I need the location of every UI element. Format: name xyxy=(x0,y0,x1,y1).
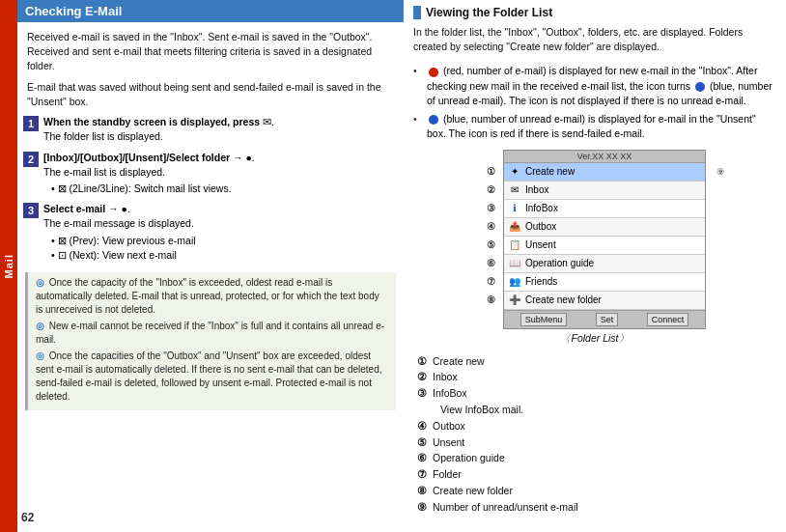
note-2: ◎ New e-mail cannot be received if the "… xyxy=(36,320,388,347)
folder-label-2: Inbox xyxy=(525,184,701,195)
legend-1: ① Create new xyxy=(417,353,776,370)
folder-label-7: Friends xyxy=(525,276,701,287)
folder-icon-7: 👥 xyxy=(508,275,521,289)
right-header-title: Viewing the Folder List xyxy=(426,6,552,19)
step-3-bullet-2: ⊡ (Next): View next e-mail xyxy=(51,248,196,263)
right-header: Viewing the Folder List xyxy=(413,6,776,19)
bullet-dot-1: • xyxy=(413,64,427,78)
bottom-btn-set[interactable]: Set xyxy=(596,313,619,326)
sidebar-tab: Mail xyxy=(0,0,17,532)
intro-p1: Received e-mail is saved in the "Inbox".… xyxy=(27,30,394,74)
blue-icon-2 xyxy=(429,115,438,125)
bullet-2-text: (blue, number of unread e-mail) is displ… xyxy=(427,112,776,141)
right-column: Viewing the Folder List In the folder li… xyxy=(404,0,786,532)
main-content: Checking E-Mail Received e-mail is saved… xyxy=(17,0,786,532)
step-3-bullet-1: ⊠ (Prev): View previous e-mail xyxy=(51,234,196,248)
legend-list: ① Create new ② Inbox ③ InfoBox View Info… xyxy=(413,353,776,516)
folder-label-5: Unsent xyxy=(525,239,701,250)
folder-label-8: Create new folder xyxy=(525,294,701,305)
bottom-btn-connect[interactable]: Connect xyxy=(647,313,689,326)
legend-val-8: Create new folder xyxy=(433,483,513,499)
legend-val-3-note: View InfoBox mail. xyxy=(433,402,523,418)
row-num-3: ③ xyxy=(487,203,495,213)
legend-key-2: ② xyxy=(417,369,433,385)
left-column: Checking E-Mail Received e-mail is saved… xyxy=(17,0,404,532)
folder-list-box: Ver.XX XX XX ① ✦ Create new ⑨ ② ✉ Inbox … xyxy=(503,150,706,329)
row-num-1: ① xyxy=(487,166,495,177)
folder-item-8[interactable]: ⑧ ➕ Create new folder xyxy=(504,292,705,310)
step-1-num: 1 xyxy=(23,116,39,131)
step-3-end: . xyxy=(127,203,130,214)
folder-item-1[interactable]: ① ✦ Create new ⑨ xyxy=(504,163,705,182)
row-num-5: ⑤ xyxy=(487,239,495,250)
step-2-bold: [Inbox]/[Outbox]/[Unsent]/Select folder … xyxy=(43,152,245,163)
legend-val-6: Operation guide xyxy=(433,450,505,466)
legend-7: ⑦ Folder xyxy=(417,466,776,483)
folder-item-3[interactable]: ③ ℹ InfoBox xyxy=(504,200,705,218)
legend-val-5: Unsent xyxy=(433,434,464,451)
row-num-4: ④ xyxy=(487,221,495,232)
legend-8: ⑧ Create new folder xyxy=(417,483,776,499)
folder-item-4[interactable]: ④ 📤 Outbox xyxy=(504,218,705,237)
legend-key-1: ① xyxy=(417,353,433,370)
step-2-num: 2 xyxy=(23,152,39,167)
folder-icon-5: 📋 xyxy=(508,238,521,252)
folder-list-bottom: SubMenu Set Connect xyxy=(504,310,705,328)
step-1: 1 When the standby screen is displayed, … xyxy=(17,115,404,144)
intro-p2: E-mail that was saved without being sent… xyxy=(27,80,394,109)
folder-icon-2: ✉ xyxy=(508,183,521,197)
step-2-bullets: ⊠ (2Line/3Line): Switch mail list views. xyxy=(43,182,255,196)
legend-key-3: ③ xyxy=(417,385,433,402)
step-2: 2 [Inbox]/[Outbox]/[Unsent]/Select folde… xyxy=(17,151,404,197)
step-3-bold: Select e-mail → xyxy=(43,203,122,214)
step-1-icon: ✉ xyxy=(263,116,271,127)
legend-4: ④ Outbox xyxy=(417,418,776,434)
legend-6: ⑥ Operation guide xyxy=(417,450,776,466)
folder-list-title-bar: Ver.XX XX XX xyxy=(504,151,705,163)
bottom-btn-submenu[interactable]: SubMenu xyxy=(520,313,568,326)
step-1-end: . xyxy=(271,116,274,127)
step-1-bold: When the standby screen is displayed, pr… xyxy=(43,116,263,127)
legend-val-7: Folder xyxy=(433,466,462,483)
right-bullet-1: • (red, number of e-mail) is displayed f… xyxy=(413,64,776,108)
legend-3: ③ InfoBox xyxy=(417,385,776,402)
legend-val-1: Create new xyxy=(433,353,485,370)
folder-icon-8: ➕ xyxy=(508,294,521,307)
legend-key-5: ⑤ xyxy=(417,434,433,451)
legend-val-3: InfoBox xyxy=(433,385,467,402)
legend-9: ⑨ Number of unread/unsent e-mail xyxy=(417,499,776,516)
step-2-sub: The e-mail list is displayed. xyxy=(43,165,255,180)
right-bullet-2: • (blue, number of unread e-mail) is dis… xyxy=(413,112,776,141)
num-badge-9: ⑨ xyxy=(716,167,724,177)
step-1-content: When the standby screen is displayed, pr… xyxy=(43,115,274,144)
step-2-bullet-1: ⊠ (2Line/3Line): Switch mail list views. xyxy=(51,182,255,196)
legend-val-2: Inbox xyxy=(433,369,458,385)
folder-list-caption: 〈Folder List〉 xyxy=(560,332,629,346)
row-num-8: ⑧ xyxy=(487,294,495,305)
folder-item-2[interactable]: ② ✉ Inbox xyxy=(504,182,705,200)
folder-item-6[interactable]: ⑥ 📖 Operation guide xyxy=(504,255,705,273)
legend-val-4: Outbox xyxy=(433,418,465,434)
sidebar-label: Mail xyxy=(3,254,14,278)
note-block: ◎ Once the capacity of the "Inbox" is ex… xyxy=(25,272,396,410)
legend-5: ⑤ Unsent xyxy=(417,434,776,451)
folder-item-7[interactable]: ⑦ 👥 Friends xyxy=(504,273,705,292)
legend-2: ② Inbox xyxy=(417,369,776,385)
legend-key-8: ⑧ xyxy=(417,483,433,499)
step-1-sub: The folder list is displayed. xyxy=(43,129,274,144)
step-2-end: . xyxy=(252,152,255,163)
folder-icon-4: 📤 xyxy=(508,220,521,234)
folder-icon-1: ✦ xyxy=(508,165,521,179)
bullet-dot-2: • xyxy=(413,112,427,126)
right-intro-p: In the folder list, the "Inbox", "Outbox… xyxy=(413,25,776,54)
bullet-1-text: (red, number of e-mail) is displayed for… xyxy=(427,64,776,108)
legend-key-4: ④ xyxy=(417,418,433,434)
step-3-content: Select e-mail → ●. The e-mail message is… xyxy=(43,202,196,263)
folder-label-6: Operation guide xyxy=(525,258,701,268)
blue-rect-icon xyxy=(413,6,421,19)
folder-item-5[interactable]: ⑤ 📋 Unsent xyxy=(504,237,705,255)
legend-key-9: ⑨ xyxy=(417,499,433,516)
legend-key-7: ⑦ xyxy=(417,466,433,483)
step-3-num: 3 xyxy=(23,203,39,218)
row-num-2: ② xyxy=(487,184,495,195)
